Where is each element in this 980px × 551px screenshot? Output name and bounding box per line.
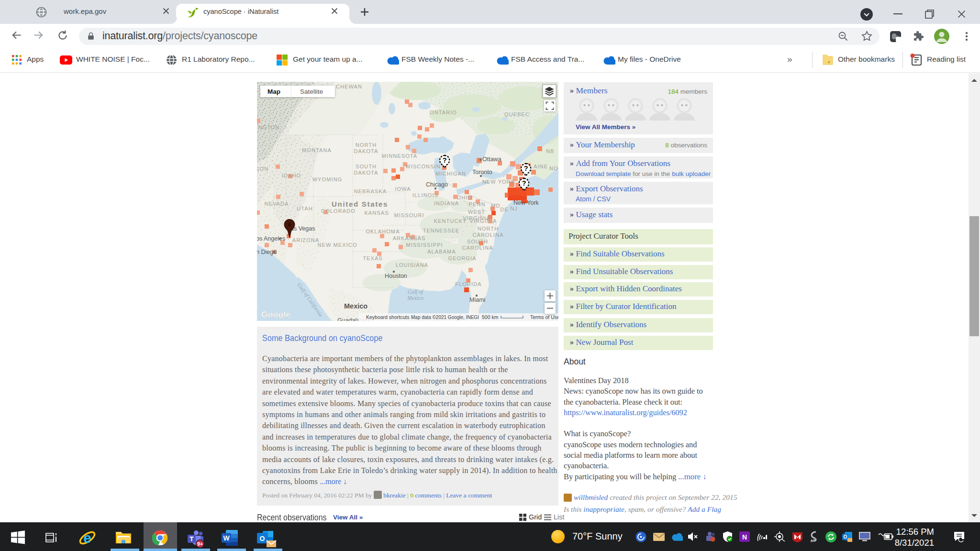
svg-text:Satellite: Satellite [300, 88, 323, 95]
svg-text:DE: DE [500, 207, 508, 212]
svg-text:TEXAS: TEXAS [363, 255, 383, 261]
svg-text:GEORGIA: GEORGIA [448, 255, 476, 261]
svg-text:TENNESSEE: TENNESSEE [423, 228, 460, 233]
svg-text:MONTANA: MONTANA [302, 147, 332, 153]
svg-text:os Angeles: os Angeles [257, 235, 285, 242]
svg-text:NORTH: NORTH [478, 226, 499, 231]
svg-text:MINNESOTA: MINNESOTA [382, 153, 417, 159]
svg-text:e: e [83, 530, 91, 546]
svg-text:O: O [260, 535, 265, 542]
svg-text:NEW YORK: NEW YORK [482, 179, 515, 185]
svg-text:MISSOURI: MISSOURI [394, 212, 424, 218]
svg-text:INDIANA: INDIANA [434, 200, 459, 206]
svg-text:New York: New York [513, 199, 539, 206]
svg-text:Terms of Use: Terms of Use [530, 314, 558, 320]
svg-text:CHEWAN: CHEWAN [336, 84, 362, 89]
svg-text:DAKOTA: DAKOTA [354, 148, 378, 154]
svg-text:Keyboard shortcuts: Keyboard shortcuts [366, 314, 409, 320]
svg-text:Toronto: Toronto [472, 169, 492, 176]
svg-text:IOWA: IOWA [395, 186, 411, 192]
svg-text:NEW MEXICO: NEW MEXICO [317, 242, 357, 248]
svg-text:Houston: Houston [385, 273, 407, 279]
svg-text:LOUISIANA: LOUISIANA [396, 262, 429, 268]
svg-text:ARKANSAS: ARKANSAS [393, 235, 426, 241]
svg-text:MICHIGAN: MICHIGAN [435, 171, 466, 176]
svg-text:OKLAHOMA: OKLAHOMA [366, 229, 400, 234]
svg-text:QUEBEC: QUEBEC [504, 111, 530, 117]
svg-text:COLORADO: COLORADO [321, 208, 356, 214]
svg-text:SOUTH: SOUTH [356, 164, 377, 169]
svg-text:Map data ©2021 Google, INEGI: Map data ©2021 Google, INEGI [411, 315, 479, 320]
svg-text:Mexico: Mexico [344, 302, 368, 310]
svg-text:NGTON: NGTON [258, 124, 279, 130]
svg-text:O: O [844, 534, 847, 540]
svg-text:IDAHO: IDAHO [282, 173, 301, 178]
svg-text:WEST: WEST [468, 209, 485, 215]
svg-text:OHIO: OHIO [457, 195, 473, 200]
svg-text:WISCONSIN: WISCONSIN [405, 164, 440, 169]
svg-text:ALABAMA: ALABAMA [427, 249, 456, 254]
svg-text:GON: GON [257, 166, 268, 172]
svg-text:UTAH: UTAH [297, 206, 313, 211]
svg-text:N: N [742, 533, 747, 541]
svg-text:FLORIDA: FLORIDA [455, 281, 481, 287]
svg-text:Gulf of: Gulf of [408, 289, 424, 295]
svg-text:United States: United States [332, 200, 388, 208]
svg-text:MISSISSIPPI: MISSISSIPPI [406, 242, 443, 248]
svg-text:DAKOTA: DAKOTA [354, 170, 378, 176]
svg-text:Google: Google [261, 310, 291, 319]
svg-text:Chicago: Chicago [426, 181, 448, 188]
svg-text:PENN: PENN [469, 201, 486, 207]
svg-text:NORTH: NORTH [356, 142, 377, 148]
svg-text:?: ? [524, 165, 528, 172]
svg-text:ILLINOIS: ILLINOIS [412, 192, 438, 198]
svg-text:NEBRASKA: NEBRASKA [354, 188, 387, 194]
svg-text:NB: NB [546, 148, 554, 154]
svg-text:?: ? [443, 156, 447, 164]
svg-text:Map: Map [267, 88, 280, 95]
svg-text:500 km: 500 km [482, 314, 499, 320]
svg-text:Ottawa: Ottawa [482, 156, 501, 163]
svg-text:9+: 9+ [197, 541, 203, 547]
svg-text:W: W [223, 534, 230, 542]
svg-text:VIRGINIA: VIRGINIA [469, 218, 497, 224]
svg-text:WYOMING: WYOMING [312, 176, 343, 182]
svg-text:AINE: AINE [534, 164, 548, 169]
svg-text:Mexico: Mexico [407, 295, 423, 301]
svg-text:KANSAS: KANSAS [364, 210, 389, 216]
svg-text:NJ: NJ [510, 206, 518, 211]
svg-text:Miami: Miami [469, 297, 485, 303]
svg-text:ARIZONA: ARIZONA [292, 237, 320, 243]
svg-text:CAROLINA: CAROLINA [472, 232, 503, 238]
svg-text:SOUTH: SOUTH [467, 239, 488, 244]
svg-text:CAROLINA: CAROLINA [462, 245, 493, 251]
svg-text:NEVADA: NEVADA [264, 201, 289, 207]
svg-text:KENTUCKY: KENTUCKY [434, 218, 467, 224]
svg-text:NOV: NOV [549, 165, 558, 171]
svg-text:MD: MD [491, 203, 500, 209]
svg-text:?: ? [522, 179, 526, 187]
svg-text:ONTARIO: ONTARIO [430, 110, 457, 115]
